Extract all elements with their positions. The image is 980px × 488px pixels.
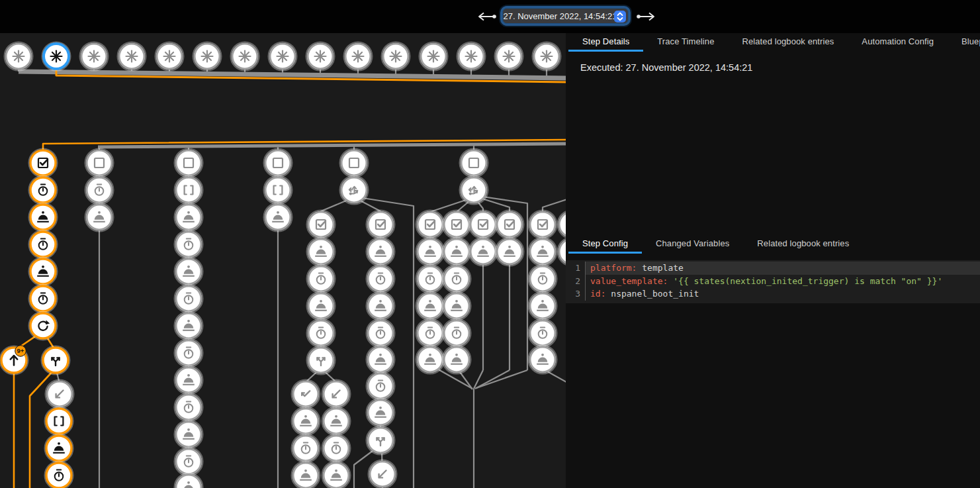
trace-node-bell[interactable] [175,312,203,340]
trace-node-asterisk[interactable] [80,42,109,71]
trace-node-timer[interactable] [29,176,58,205]
trace-node-timer[interactable] [292,434,320,463]
trace-node-square[interactable] [85,149,114,177]
trace-node-timer[interactable] [85,176,114,205]
trace-node-asterisk[interactable] [231,42,259,71]
trace-node-bell[interactable] [443,238,471,266]
trace-node-bell[interactable] [292,462,320,488]
trace-node-bell[interactable] [443,292,471,320]
trace-node-bell[interactable] [416,238,445,266]
trace-node-timer[interactable] [175,448,203,476]
trace-node-timer[interactable] [175,393,203,422]
trace-node-arrowbl[interactable] [369,460,397,488]
trace-node-checkarrow[interactable] [292,380,320,409]
trace-node-bell[interactable] [416,292,445,320]
code-line-1[interactable]: 1platform: template [566,262,980,275]
trace-node-asterisk[interactable] [269,42,297,71]
trace-node-checkbox[interactable] [29,149,58,177]
trace-node-bell[interactable] [85,203,114,232]
trace-node-bell[interactable] [175,473,203,488]
trace-node-brackets[interactable] [175,176,203,205]
trace-node-timer[interactable] [416,265,445,293]
trace-node-split[interactable] [42,346,70,375]
trace-node-bell[interactable] [558,238,566,266]
trace-node-bell[interactable] [29,203,58,232]
trace-node-timer[interactable] [45,462,73,488]
trace-node-timer[interactable] [529,265,557,293]
tab-step-config[interactable]: Step Config [568,235,642,254]
trace-node-checkbox[interactable] [367,211,395,239]
code-line-2[interactable]: 2value_template: '{{ states(nextion_init… [566,275,980,288]
trace-node-split[interactable] [307,346,335,375]
trace-node-bell[interactable] [29,258,58,286]
trace-node-bell[interactable] [307,238,335,266]
trace-node-bell[interactable] [529,292,557,320]
trace-node-arrowbl[interactable] [322,380,351,409]
next-trace-button[interactable] [635,10,658,23]
tab-automation-config[interactable]: Automation Config [848,33,948,52]
code-line-3[interactable]: 3id: nspanel_boot_init [566,287,980,301]
trace-selector[interactable]: 27. November 2022, 14:54:21 [502,8,629,24]
trace-node-timer[interactable] [416,319,445,348]
trace-node-bell[interactable] [529,346,557,374]
trace-node-bell[interactable] [175,258,203,286]
trace-node-bell[interactable] [469,238,498,266]
trace-node-timer[interactable] [367,372,395,401]
trace-node-bell[interactable] [322,407,351,436]
trace-node-arrowbl[interactable] [46,380,74,409]
trace-node-square[interactable] [340,149,369,177]
trace-node-asterisk[interactable] [5,42,33,71]
trace-node-asterisk[interactable] [193,42,222,71]
trace-node-timer[interactable] [443,265,471,293]
trace-node-decision[interactable] [460,176,488,205]
trace-node-checkbox[interactable] [558,211,566,239]
trace-node-asterisk[interactable] [457,42,486,71]
trace-node-bell[interactable] [367,346,395,374]
trace-node-checkbox[interactable] [416,211,445,239]
trace-node-square[interactable] [264,149,292,177]
trace-node-bell[interactable] [443,346,471,374]
trace-node-timer[interactable] [367,265,395,293]
trace-node-timer[interactable] [307,265,335,293]
previous-trace-button[interactable] [475,10,498,23]
trace-node-timer[interactable] [367,319,395,348]
tab-blueprint-config[interactable]: Blueprint Config [948,33,980,52]
trace-node-asterisk[interactable] [118,42,146,71]
trace-node-timer[interactable] [443,319,471,348]
tab-step-details[interactable]: Step Details [568,33,643,52]
trace-graph[interactable]: 9+ [0,33,566,488]
trace-node-bell[interactable] [264,203,292,232]
trace-node-timer[interactable] [175,339,203,367]
trace-node-checkbox[interactable] [496,211,524,239]
trace-node-bell[interactable] [175,420,203,449]
trace-node-asterisk[interactable] [382,42,410,71]
trace-node-brackets[interactable] [264,176,292,205]
trace-node-checkbox[interactable] [529,211,557,239]
trace-node-bell[interactable] [175,366,203,395]
trace-node-bell[interactable] [292,407,320,436]
trace-node-checkbox[interactable] [307,211,335,239]
trace-node-bell[interactable] [416,346,445,374]
trace-node-bell[interactable] [367,399,395,427]
trace-node-asterisk[interactable] [42,42,71,71]
trace-node-asterisk[interactable] [156,42,184,71]
trace-node-asterisk[interactable] [420,42,448,71]
trace-node-bell[interactable] [367,238,395,266]
trace-node-arrowup[interactable]: 9+ [0,346,28,375]
trace-node-timer[interactable] [307,319,335,348]
tab-trace-timeline[interactable]: Trace Timeline [643,33,728,52]
trace-node-timer[interactable] [175,285,203,313]
tab-changed-variables[interactable]: Changed Variables [642,235,743,254]
trace-node-bell[interactable] [496,238,524,266]
trace-node-checkbox[interactable] [469,211,498,239]
tab-related-logbook-entries[interactable]: Related logbook entries [743,235,863,254]
trace-node-timer[interactable] [175,230,203,259]
trace-node-decision[interactable] [340,176,369,205]
trace-node-timer[interactable] [29,230,58,259]
trace-node-timer[interactable] [322,434,351,463]
trace-node-bell[interactable] [45,434,73,463]
trace-node-timer[interactable] [529,319,557,348]
tab-related-logbook-entries[interactable]: Related logbook entries [728,33,848,52]
trace-node-asterisk[interactable] [495,42,523,71]
trace-node-asterisk[interactable] [533,42,561,71]
